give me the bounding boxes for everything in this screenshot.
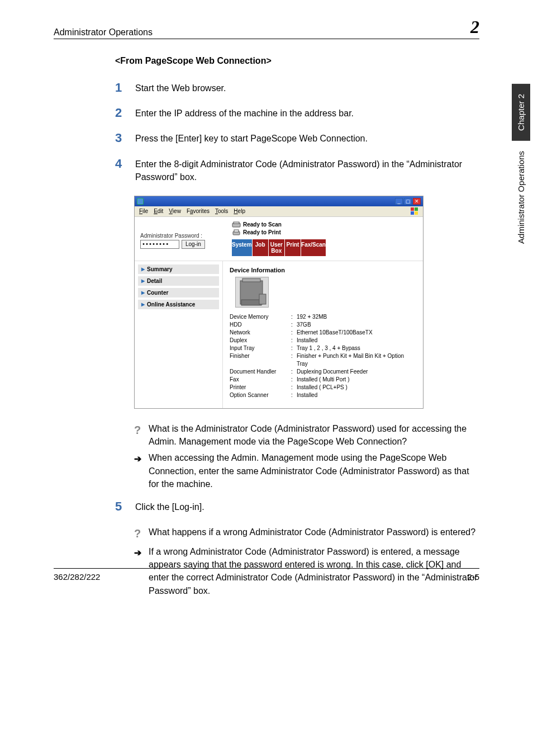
svg-rect-11	[259, 294, 266, 304]
table-row: HDD:37GB	[230, 321, 416, 329]
section-title: <From PageScope Web Connection>	[115, 56, 479, 66]
table-row: Finisher:Finisher + Punch Kit + Mail Bin…	[230, 352, 416, 368]
side-tab-section: Administrator Operations	[512, 141, 530, 254]
side-tab-chapter: Chapter 2	[512, 84, 530, 141]
table-row: Network:Ethernet 10BaseT/100BaseTX	[230, 329, 416, 337]
step-2: 2 Enter the IP address of the machine in…	[115, 107, 479, 120]
nav-tabs: System Job User Box Print Fax/Scan	[232, 239, 326, 256]
table-row: Duplex:Installed	[230, 337, 416, 344]
step-number: 3	[115, 132, 135, 145]
window-minimize-button[interactable]: _	[395, 198, 403, 205]
answer-text: When accessing the Admin. Management mod…	[149, 451, 479, 490]
menu-help[interactable]: Help	[234, 208, 245, 214]
step-number: 1	[115, 82, 135, 94]
svg-rect-7	[234, 230, 239, 232]
table-row: Option Scanner:Installed	[230, 391, 416, 399]
status-scan: Ready to Scan	[243, 221, 282, 228]
menu-view[interactable]: View	[169, 208, 181, 214]
tab-print[interactable]: Print	[285, 239, 301, 256]
running-header-right: 2	[470, 17, 479, 37]
question-item: ? What is the Administrator Code (Admini…	[134, 422, 479, 448]
admin-password-input[interactable]	[140, 240, 179, 249]
device-info-heading: Device Information	[230, 267, 416, 273]
sidebar-item-detail[interactable]: ▶Detail	[138, 276, 219, 286]
tab-faxscan[interactable]: Fax/Scan	[301, 239, 326, 256]
table-row: Printer:Installed ( PCL+PS )	[230, 384, 416, 391]
step-4: 4 Enter the 8-digit Administrator Code (…	[115, 158, 479, 183]
menu-file[interactable]: File	[139, 208, 148, 214]
step-text: Click the [Log-in].	[135, 500, 204, 513]
table-row: Input Tray:Tray 1 , 2 , 3 , 4 + Bypass	[230, 344, 416, 352]
device-info-table: Device Memory:192 + 32MB HDD:37GB Networ…	[230, 313, 416, 399]
sidebar-item-label: Summary	[147, 266, 173, 272]
footer-right: 2-5	[467, 572, 479, 582]
svg-rect-3	[415, 211, 418, 215]
table-row: Document Handler:Duplexing Document Feed…	[230, 368, 416, 376]
svg-rect-9	[242, 278, 260, 282]
step-number: 5	[115, 500, 135, 513]
question-text: What is the Administrator Code (Administ…	[149, 422, 479, 448]
svg-rect-0	[411, 207, 414, 211]
answer-item: ➔ When accessing the Admin. Management m…	[134, 451, 479, 490]
step-text: Press the [Enter] key to start PageScope…	[135, 132, 368, 145]
svg-rect-1	[415, 207, 418, 211]
browser-menubar: File Edit View Favorites Tools Help	[135, 206, 423, 217]
sidebar-item-label: Detail	[147, 278, 162, 284]
svg-rect-2	[411, 211, 414, 215]
tab-system[interactable]: System	[232, 239, 253, 256]
sidebar-item-counter[interactable]: ▶Counter	[138, 288, 219, 297]
arrow-icon: ➔	[134, 451, 144, 490]
footer-left: 362/282/222	[54, 572, 100, 582]
svg-rect-10	[241, 300, 261, 305]
question-mark-icon: ?	[134, 526, 144, 542]
table-row: Device Memory:192 + 32MB	[230, 313, 416, 321]
printer-icon	[232, 229, 241, 236]
windows-flag-icon	[411, 207, 418, 215]
sidebar-item-label: Counter	[147, 290, 168, 296]
menu-tools[interactable]: Tools	[215, 208, 228, 214]
step-text: Enter the IP address of the machine in t…	[135, 107, 354, 120]
sidebar-item-online[interactable]: ▶Online Assistance	[138, 300, 219, 309]
scanner-icon	[232, 221, 241, 228]
running-header-left: Administrator Operations	[54, 27, 153, 37]
window-close-button[interactable]: ✕	[413, 198, 421, 205]
sidebar-item-summary[interactable]: ▶Summary	[138, 264, 219, 274]
menu-edit[interactable]: Edit	[154, 208, 163, 214]
step-5: 5 Click the [Log-in].	[115, 500, 479, 513]
step-number: 2	[115, 107, 135, 120]
sidebar-item-label: Online Assistance	[147, 301, 195, 308]
ie-icon	[137, 198, 144, 205]
side-tabs: Chapter 2 Administrator Operations	[512, 84, 530, 254]
window-maximize-button[interactable]: ▢	[404, 198, 412, 205]
step-text: Enter the 8-digit Administrator Code (Ad…	[135, 158, 479, 183]
window-titlebar: _ ▢ ✕	[135, 196, 423, 206]
menu-favorites[interactable]: Favorites	[187, 208, 210, 214]
step-text: Start the Web browser.	[135, 82, 226, 94]
question-text: What happens if a wrong Administrator Co…	[149, 526, 475, 542]
question-mark-icon: ?	[134, 422, 144, 448]
admin-password-label: Administrator Password :	[140, 233, 229, 239]
login-button[interactable]: Log-in	[182, 240, 205, 249]
svg-rect-5	[234, 222, 239, 224]
step-1: 1 Start the Web browser.	[115, 82, 479, 94]
step-number: 4	[115, 158, 135, 183]
tab-job[interactable]: Job	[253, 239, 269, 256]
step-3: 3 Press the [Enter] key to start PageSco…	[115, 132, 479, 145]
status-print: Ready to Print	[243, 229, 281, 235]
device-image	[235, 277, 269, 308]
side-nav: ▶Summary ▶Detail ▶Counter ▶Online Assist…	[135, 261, 223, 408]
question-item: ? What happens if a wrong Administrator …	[134, 526, 479, 542]
table-row: Fax:Installed ( Multi Port )	[230, 376, 416, 384]
tab-userbox[interactable]: User Box	[269, 239, 285, 256]
embedded-browser-screenshot: _ ▢ ✕ File Edit View Favorites Tools Hel…	[134, 196, 423, 409]
